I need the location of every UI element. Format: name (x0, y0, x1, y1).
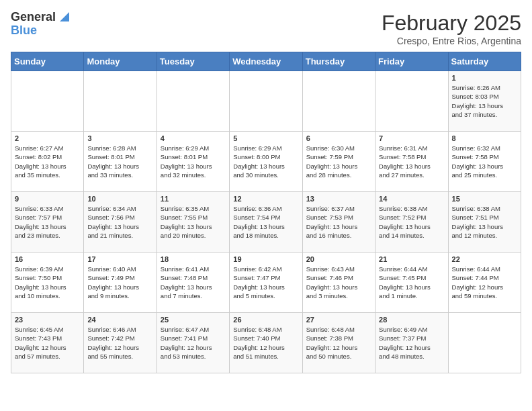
day-number: 12 (233, 195, 298, 203)
header-friday: Friday (375, 52, 448, 71)
day-number: 5 (233, 134, 298, 142)
day-info: Sunrise: 6:35 AM Sunset: 7:55 PM Dayligh… (161, 204, 226, 240)
day-info: Sunrise: 6:34 AM Sunset: 7:56 PM Dayligh… (87, 204, 152, 240)
calendar-cell: 25Sunrise: 6:47 AM Sunset: 7:41 PM Dayli… (157, 313, 229, 373)
calendar-cell (302, 71, 375, 132)
calendar-subtitle: Crespo, Entre Rios, Argentina (382, 36, 521, 46)
header-wednesday: Wednesday (230, 52, 302, 71)
calendar-cell: 28Sunrise: 6:49 AM Sunset: 7:37 PM Dayli… (375, 313, 448, 373)
day-info: Sunrise: 6:28 AM Sunset: 8:01 PM Dayligh… (87, 144, 152, 179)
day-number: 28 (379, 316, 444, 324)
day-number: 26 (233, 316, 298, 324)
day-info: Sunrise: 6:33 AM Sunset: 7:57 PM Dayligh… (15, 204, 80, 240)
calendar-cell: 10Sunrise: 6:34 AM Sunset: 7:56 PM Dayli… (84, 192, 157, 253)
day-info: Sunrise: 6:45 AM Sunset: 7:43 PM Dayligh… (15, 325, 80, 361)
calendar-cell: 13Sunrise: 6:37 AM Sunset: 7:53 PM Dayli… (302, 192, 375, 253)
day-number: 17 (87, 255, 152, 263)
calendar-cell: 8Sunrise: 6:32 AM Sunset: 7:58 PM Daylig… (448, 132, 521, 192)
calendar-cell: 9Sunrise: 6:33 AM Sunset: 7:57 PM Daylig… (11, 192, 84, 253)
day-info: Sunrise: 6:43 AM Sunset: 7:46 PM Dayligh… (306, 265, 371, 300)
calendar-cell: 1Sunrise: 6:26 AM Sunset: 8:03 PM Daylig… (448, 71, 521, 132)
day-info: Sunrise: 6:40 AM Sunset: 7:49 PM Dayligh… (87, 265, 152, 300)
day-number: 22 (452, 255, 517, 263)
calendar-cell: 23Sunrise: 6:45 AM Sunset: 7:43 PM Dayli… (11, 313, 84, 373)
day-number: 18 (161, 255, 226, 263)
day-number: 14 (379, 195, 444, 203)
calendar-cell: 21Sunrise: 6:44 AM Sunset: 7:45 PM Dayli… (375, 253, 448, 313)
day-number: 25 (161, 316, 226, 324)
day-info: Sunrise: 6:31 AM Sunset: 7:58 PM Dayligh… (379, 144, 444, 179)
calendar-cell: 26Sunrise: 6:48 AM Sunset: 7:40 PM Dayli… (230, 313, 302, 373)
day-info: Sunrise: 6:46 AM Sunset: 7:42 PM Dayligh… (87, 325, 152, 361)
day-info: Sunrise: 6:38 AM Sunset: 7:51 PM Dayligh… (452, 204, 517, 240)
calendar-header-row: SundayMondayTuesdayWednesdayThursdayFrid… (11, 52, 521, 71)
logo-triangle-icon (57, 9, 72, 24)
day-number: 11 (161, 195, 226, 203)
day-info: Sunrise: 6:49 AM Sunset: 7:37 PM Dayligh… (379, 325, 444, 361)
day-number: 7 (379, 134, 444, 142)
day-info: Sunrise: 6:29 AM Sunset: 8:00 PM Dayligh… (233, 144, 298, 179)
day-number: 8 (452, 134, 517, 142)
day-number: 1 (452, 74, 517, 82)
header-saturday: Saturday (448, 52, 521, 71)
header-tuesday: Tuesday (157, 52, 229, 71)
calendar-week-row: 1Sunrise: 6:26 AM Sunset: 8:03 PM Daylig… (11, 71, 521, 132)
day-info: Sunrise: 6:41 AM Sunset: 7:48 PM Dayligh… (161, 265, 226, 300)
day-number: 23 (15, 316, 80, 324)
calendar-table: SundayMondayTuesdayWednesdayThursdayFrid… (11, 52, 521, 373)
day-number: 20 (306, 255, 371, 263)
svg-marker-0 (60, 12, 69, 21)
calendar-cell: 5Sunrise: 6:29 AM Sunset: 8:00 PM Daylig… (230, 132, 302, 192)
calendar-cell: 3Sunrise: 6:28 AM Sunset: 8:01 PM Daylig… (84, 132, 157, 192)
day-info: Sunrise: 6:37 AM Sunset: 7:53 PM Dayligh… (306, 204, 371, 240)
day-number: 9 (15, 195, 80, 203)
calendar-cell: 14Sunrise: 6:38 AM Sunset: 7:52 PM Dayli… (375, 192, 448, 253)
calendar-cell: 12Sunrise: 6:36 AM Sunset: 7:54 PM Dayli… (230, 192, 302, 253)
day-info: Sunrise: 6:27 AM Sunset: 8:02 PM Dayligh… (15, 144, 80, 179)
calendar-cell: 7Sunrise: 6:31 AM Sunset: 7:58 PM Daylig… (375, 132, 448, 192)
day-number: 16 (15, 255, 80, 263)
title-block: February 2025 Crespo, Entre Rios, Argent… (382, 11, 521, 46)
day-number: 10 (87, 195, 152, 203)
day-number: 6 (306, 134, 371, 142)
page-header: General Blue February 2025 Crespo, Entre… (11, 11, 521, 46)
calendar-cell (230, 71, 302, 132)
day-number: 27 (306, 316, 371, 324)
day-number: 3 (87, 134, 152, 142)
logo: General Blue (11, 11, 72, 38)
day-info: Sunrise: 6:26 AM Sunset: 8:03 PM Dayligh… (452, 83, 517, 119)
day-number: 24 (87, 316, 152, 324)
header-thursday: Thursday (302, 52, 375, 71)
calendar-week-row: 9Sunrise: 6:33 AM Sunset: 7:57 PM Daylig… (11, 192, 521, 253)
day-number: 13 (306, 195, 371, 203)
calendar-cell: 19Sunrise: 6:42 AM Sunset: 7:47 PM Dayli… (230, 253, 302, 313)
calendar-cell: 24Sunrise: 6:46 AM Sunset: 7:42 PM Dayli… (84, 313, 157, 373)
day-info: Sunrise: 6:47 AM Sunset: 7:41 PM Dayligh… (161, 325, 226, 361)
day-info: Sunrise: 6:48 AM Sunset: 7:40 PM Dayligh… (233, 325, 298, 361)
calendar-cell (375, 71, 448, 132)
calendar-cell: 18Sunrise: 6:41 AM Sunset: 7:48 PM Dayli… (157, 253, 229, 313)
day-info: Sunrise: 6:44 AM Sunset: 7:44 PM Dayligh… (452, 265, 517, 300)
logo-text-line1: General (11, 11, 56, 24)
day-info: Sunrise: 6:38 AM Sunset: 7:52 PM Dayligh… (379, 204, 444, 240)
calendar-cell (11, 71, 84, 132)
calendar-cell: 2Sunrise: 6:27 AM Sunset: 8:02 PM Daylig… (11, 132, 84, 192)
day-info: Sunrise: 6:36 AM Sunset: 7:54 PM Dayligh… (233, 204, 298, 240)
calendar-cell: 27Sunrise: 6:48 AM Sunset: 7:38 PM Dayli… (302, 313, 375, 373)
header-sunday: Sunday (11, 52, 84, 71)
header-monday: Monday (84, 52, 157, 71)
calendar-cell: 22Sunrise: 6:44 AM Sunset: 7:44 PM Dayli… (448, 253, 521, 313)
day-info: Sunrise: 6:48 AM Sunset: 7:38 PM Dayligh… (306, 325, 371, 361)
logo-text-line2: Blue (11, 24, 37, 37)
calendar-cell (84, 71, 157, 132)
day-info: Sunrise: 6:42 AM Sunset: 7:47 PM Dayligh… (233, 265, 298, 300)
calendar-cell: 4Sunrise: 6:29 AM Sunset: 8:01 PM Daylig… (157, 132, 229, 192)
day-number: 2 (15, 134, 80, 142)
calendar-cell: 20Sunrise: 6:43 AM Sunset: 7:46 PM Dayli… (302, 253, 375, 313)
day-number: 19 (233, 255, 298, 263)
calendar-cell: 6Sunrise: 6:30 AM Sunset: 7:59 PM Daylig… (302, 132, 375, 192)
calendar-week-row: 23Sunrise: 6:45 AM Sunset: 7:43 PM Dayli… (11, 313, 521, 373)
calendar-cell: 11Sunrise: 6:35 AM Sunset: 7:55 PM Dayli… (157, 192, 229, 253)
day-number: 4 (161, 134, 226, 142)
calendar-cell: 17Sunrise: 6:40 AM Sunset: 7:49 PM Dayli… (84, 253, 157, 313)
